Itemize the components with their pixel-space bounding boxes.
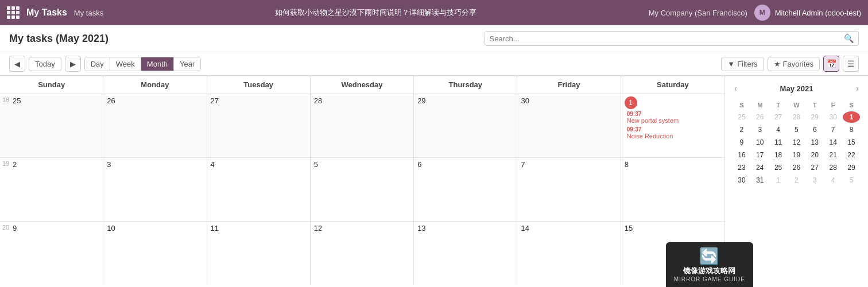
mini-header-w: W bbox=[788, 100, 805, 110]
year-view-button[interactable]: Year bbox=[174, 57, 200, 71]
week-number-20: 20 bbox=[2, 224, 9, 231]
mini-cal-day[interactable]: 28 bbox=[788, 111, 805, 123]
favorites-button[interactable]: ★ Favorites bbox=[768, 57, 820, 71]
cal-cell-20-tue[interactable]: 11 bbox=[207, 222, 311, 285]
date-11: 11 bbox=[211, 224, 219, 232]
cal-cell-19-sun[interactable]: 19 2 bbox=[0, 158, 103, 221]
next-button[interactable]: ▶ bbox=[65, 56, 81, 72]
month-view-button[interactable]: Month bbox=[141, 57, 174, 71]
mini-cal-day[interactable]: 26 bbox=[751, 111, 769, 123]
cal-cell-20-mon[interactable]: 10 bbox=[103, 222, 207, 285]
mini-cal-day[interactable]: 29 bbox=[843, 162, 860, 173]
mini-cal-day[interactable]: 20 bbox=[806, 149, 823, 161]
mini-cal-day[interactable]: 26 bbox=[788, 162, 805, 173]
mini-cal-day[interactable]: 25 bbox=[733, 111, 750, 123]
today-button[interactable]: Today bbox=[29, 57, 61, 71]
filters-button[interactable]: ▼ Filters bbox=[721, 57, 764, 71]
search-icon[interactable]: 🔍 bbox=[844, 34, 854, 43]
mini-cal-day[interactable]: 30 bbox=[733, 174, 750, 186]
mini-header-t1: T bbox=[770, 100, 787, 110]
event-label-1: New portal system bbox=[627, 117, 719, 124]
mini-cal-day[interactable]: 31 bbox=[751, 174, 769, 186]
mini-cal-day[interactable]: 1 bbox=[770, 174, 787, 186]
mini-cal-day[interactable]: 2 bbox=[788, 174, 805, 186]
cal-cell-19-thu[interactable]: 6 bbox=[414, 158, 517, 221]
mini-header-s2: S bbox=[843, 100, 860, 110]
mini-cal-day[interactable]: 13 bbox=[806, 137, 823, 148]
avatar: M bbox=[754, 5, 770, 21]
event-time-1: 09:37 bbox=[627, 111, 719, 117]
calendar-row-week19: 19 2 3 4 5 6 7 8 bbox=[0, 158, 724, 222]
mini-cal-day[interactable]: 3 bbox=[806, 174, 823, 186]
cal-cell-20-thu[interactable]: 13 bbox=[414, 222, 517, 285]
cal-cell-18-thu[interactable]: 29 bbox=[414, 94, 517, 157]
mini-cal-day[interactable]: 6 bbox=[806, 124, 823, 135]
mini-cal-day[interactable]: 25 bbox=[770, 162, 787, 173]
mini-cal-day[interactable]: 9 bbox=[733, 137, 750, 148]
mini-cal-day[interactable]: 18 bbox=[770, 149, 787, 161]
mini-prev-button[interactable]: ‹ bbox=[732, 83, 739, 94]
my-tasks-link[interactable]: My tasks bbox=[74, 9, 103, 17]
mini-cal-day[interactable]: 4 bbox=[770, 124, 787, 135]
cal-cell-19-wed[interactable]: 5 bbox=[311, 158, 414, 221]
mini-cal-day[interactable]: 29 bbox=[806, 111, 823, 123]
apps-menu-button[interactable] bbox=[7, 6, 20, 19]
mini-cal-day[interactable]: 16 bbox=[733, 149, 750, 161]
date-7: 7 bbox=[521, 160, 525, 169]
mini-cal-day[interactable]: 22 bbox=[843, 149, 860, 161]
mini-cal-day[interactable]: 3 bbox=[751, 124, 769, 135]
cal-cell-19-sat[interactable]: 8 bbox=[621, 158, 724, 221]
mini-cal-day[interactable]: 12 bbox=[788, 137, 805, 148]
mini-cal-day[interactable]: 28 bbox=[824, 162, 842, 173]
mini-cal-day[interactable]: 7 bbox=[824, 124, 842, 135]
mini-cal-day[interactable]: 23 bbox=[733, 162, 750, 173]
calendar: Sunday Monday Tuesday Wednesday Thursday… bbox=[0, 76, 724, 285]
cal-cell-20-fri[interactable]: 14 bbox=[517, 222, 621, 285]
overlay-title: 镜像游戏攻略网 bbox=[683, 266, 735, 276]
search-input[interactable] bbox=[490, 34, 840, 43]
mini-cal-day[interactable]: 27 bbox=[770, 111, 787, 123]
mini-next-button[interactable]: › bbox=[854, 83, 861, 94]
mini-cal-day[interactable]: 1 bbox=[843, 111, 860, 123]
mini-cal-day[interactable]: 19 bbox=[788, 149, 805, 161]
mini-cal-day[interactable]: 5 bbox=[788, 124, 805, 135]
star-icon: ★ bbox=[774, 60, 781, 68]
mini-cal-day[interactable]: 15 bbox=[843, 137, 860, 148]
week-view-button[interactable]: Week bbox=[110, 57, 141, 71]
mini-cal-day[interactable]: 4 bbox=[824, 174, 842, 186]
search-bar[interactable]: 🔍 bbox=[485, 31, 859, 46]
cal-cell-18-mon[interactable]: 26 bbox=[103, 94, 207, 157]
user-menu[interactable]: M Mitchell Admin (odoo-test) bbox=[754, 5, 861, 21]
mini-cal-day[interactable]: 2 bbox=[733, 124, 750, 135]
cal-cell-18-sun[interactable]: 18 25 bbox=[0, 94, 103, 157]
date-14: 14 bbox=[521, 224, 529, 232]
calendar-view-icon[interactable]: 📅 bbox=[823, 56, 839, 72]
top-nav: My Tasks My tasks 如何获取小动物之星沙漠下雨时间说明？详细解读… bbox=[0, 0, 868, 25]
mini-cal-day[interactable]: 11 bbox=[770, 137, 787, 148]
mini-cal-day[interactable]: 30 bbox=[824, 111, 842, 123]
mini-cal-day[interactable]: 5 bbox=[843, 174, 860, 186]
mini-cal-day[interactable]: 21 bbox=[824, 149, 842, 161]
mini-cal-day[interactable]: 27 bbox=[806, 162, 823, 173]
event-noise-reduction[interactable]: 09:37 Noise Reduction bbox=[625, 126, 721, 140]
cal-cell-18-sat[interactable]: 1 09:37 New portal system 09:37 Noise Re… bbox=[621, 94, 724, 157]
cal-cell-18-wed[interactable]: 28 bbox=[311, 94, 414, 157]
cal-cell-20-wed[interactable]: 12 bbox=[311, 222, 414, 285]
list-view-icon[interactable]: ☰ bbox=[843, 56, 859, 72]
mini-cal-day[interactable]: 17 bbox=[751, 149, 769, 161]
cal-cell-19-fri[interactable]: 7 bbox=[517, 158, 621, 221]
cal-cell-19-mon[interactable]: 3 bbox=[103, 158, 207, 221]
cal-cell-19-tue[interactable]: 4 bbox=[207, 158, 311, 221]
cal-cell-18-tue[interactable]: 27 bbox=[207, 94, 311, 157]
event-portal-system[interactable]: 09:37 New portal system bbox=[625, 110, 721, 125]
cal-cell-18-fri[interactable]: 30 bbox=[517, 94, 621, 157]
mini-cal-day[interactable]: 10 bbox=[751, 137, 769, 148]
mini-cal-day[interactable]: 14 bbox=[824, 137, 842, 148]
mini-cal-day[interactable]: 8 bbox=[843, 124, 860, 135]
cal-cell-20-sun[interactable]: 20 9 bbox=[0, 222, 103, 285]
prev-button[interactable]: ◀ bbox=[9, 56, 25, 72]
mini-cal-day[interactable]: 24 bbox=[751, 162, 769, 173]
day-view-button[interactable]: Day bbox=[85, 57, 110, 71]
overlay-banner: 🔄 镜像游戏攻略网 MIRROR GAME GUIDE bbox=[666, 242, 753, 285]
header-monday: Monday bbox=[103, 76, 207, 94]
